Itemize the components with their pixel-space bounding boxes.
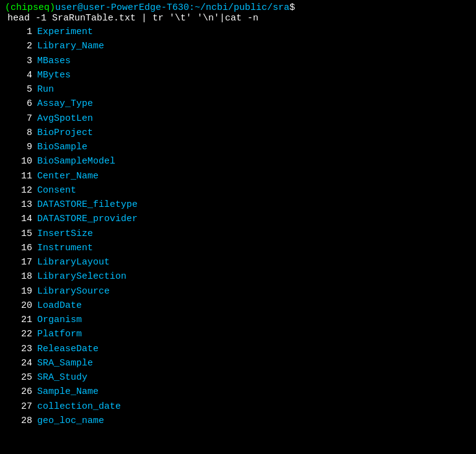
list-item: 13DATASTORE_filetype (5, 198, 471, 212)
list-item: 11Center_Name (5, 169, 471, 183)
line-number: 2 (5, 39, 37, 53)
list-item: 5Run (5, 82, 471, 97)
list-item: 17LibraryLayout (5, 255, 471, 269)
line-number: 23 (5, 342, 37, 356)
line-text: AvgSpotLen (37, 111, 93, 126)
list-item: 24SRA_Sample (5, 356, 471, 370)
line-text: Run (37, 82, 54, 97)
list-item: 16Instrument (5, 241, 471, 255)
line-number: 16 (5, 241, 37, 255)
line-number: 6 (5, 97, 37, 111)
line-number: 27 (5, 399, 37, 414)
line-text: BioProject (37, 126, 93, 140)
list-item: 7AvgSpotLen (5, 111, 471, 126)
prompt-line: (chipseq) user@user-PowerEdge-T630: ~/nc… (5, 2, 471, 24)
list-item: 8BioProject (5, 126, 471, 140)
line-number: 9 (5, 140, 37, 154)
list-item: 10BioSampleModel (5, 154, 471, 168)
line-number: 1 (5, 25, 37, 39)
line-number: 17 (5, 255, 37, 269)
line-number: 5 (5, 82, 37, 97)
line-text: ReleaseDate (37, 342, 99, 356)
line-number: 19 (5, 284, 37, 299)
line-text: Center_Name (37, 169, 99, 183)
list-item: 15InsertSize (5, 227, 471, 241)
line-number: 13 (5, 198, 37, 212)
line-text: LoadDate (37, 299, 82, 313)
line-text: geo_loc_name (37, 414, 104, 428)
list-item: 22Platform (5, 327, 471, 341)
list-item: 27collection_date (5, 399, 471, 414)
list-item: 12Consent (5, 183, 471, 198)
list-item: 3MBases (5, 54, 471, 68)
output-list: 1Experiment2Library_Name3MBases4MBytes5R… (5, 25, 471, 428)
line-number: 28 (5, 414, 37, 428)
list-item: 18LibrarySelection (5, 269, 471, 284)
list-item: 19LibrarySource (5, 284, 471, 299)
line-number: 11 (5, 169, 37, 183)
list-item: 21Organism (5, 313, 471, 327)
list-item: 2Library_Name (5, 39, 471, 53)
list-item: 1Experiment (5, 25, 471, 39)
prompt-dollar: $ (289, 2, 295, 13)
line-text: Consent (37, 183, 76, 198)
line-number: 10 (5, 154, 37, 168)
line-number: 15 (5, 227, 37, 241)
line-number: 4 (5, 68, 37, 82)
prompt-user-host: user@user-PowerEdge-T630: (55, 2, 195, 13)
line-number: 25 (5, 370, 37, 385)
line-text: Sample_Name (37, 385, 99, 399)
list-item: 6Assay_Type (5, 97, 471, 111)
line-number: 22 (5, 327, 37, 341)
line-text: SRA_Sample (37, 356, 93, 370)
line-number: 8 (5, 126, 37, 140)
line-number: 14 (5, 212, 37, 226)
line-text: Platform (37, 327, 82, 341)
line-text: MBases (37, 54, 71, 68)
line-text: BioSampleModel (37, 154, 115, 168)
prompt-command: head -1 SraRunTable.txt | tr '\t' '\n'|c… (7, 13, 258, 24)
line-text: BioSample (37, 140, 87, 154)
prompt-chipseq: (chipseq) (5, 2, 55, 13)
line-number: 3 (5, 54, 37, 68)
list-item: 28geo_loc_name (5, 414, 471, 428)
line-text: Organism (37, 313, 82, 327)
list-item: 4MBytes (5, 68, 471, 82)
line-number: 12 (5, 183, 37, 198)
line-number: 7 (5, 111, 37, 126)
line-text: MBytes (37, 68, 71, 82)
line-number: 18 (5, 269, 37, 284)
line-text: collection_date (37, 399, 121, 414)
line-number: 20 (5, 299, 37, 313)
list-item: 20LoadDate (5, 299, 471, 313)
line-text: DATASTORE_filetype (37, 198, 138, 212)
list-item: 26Sample_Name (5, 385, 471, 399)
line-text: SRA_Study (37, 370, 87, 385)
list-item: 14DATASTORE_provider (5, 212, 471, 226)
line-text: LibraryLayout (37, 255, 110, 269)
line-text: Instrument (37, 241, 93, 255)
line-text: InsertSize (37, 227, 93, 241)
prompt-path: ~/ncbi/public/sra (195, 2, 289, 13)
line-text: Library_Name (37, 39, 104, 53)
list-item: 23ReleaseDate (5, 342, 471, 356)
line-number: 26 (5, 385, 37, 399)
line-text: LibrarySelection (37, 269, 126, 284)
line-text: LibrarySource (37, 284, 110, 299)
line-text: Assay_Type (37, 97, 93, 111)
line-text: Experiment (37, 25, 93, 39)
line-text: DATASTORE_provider (37, 212, 138, 226)
line-number: 24 (5, 356, 37, 370)
list-item: 25SRA_Study (5, 370, 471, 385)
terminal-window[interactable]: (chipseq) user@user-PowerEdge-T630: ~/nc… (0, 0, 476, 454)
line-number: 21 (5, 313, 37, 327)
list-item: 9BioSample (5, 140, 471, 154)
